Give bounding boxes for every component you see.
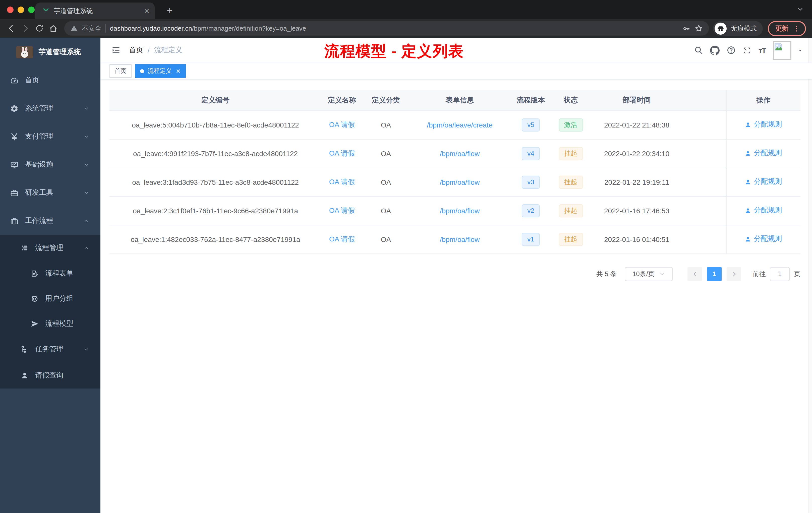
status-badge: 挂起 (559, 147, 583, 160)
tag-close-icon[interactable]: ✕ (176, 68, 181, 74)
app-window: 芋道管理系统 首页系统管理支付管理基础设施研发工具工作流程流程管理流程表单用户分… (0, 38, 812, 513)
version-badge: v4 (522, 147, 540, 160)
header-actions: тT (694, 41, 803, 59)
table-header-row: 定义编号定义名称定义分类表单信息流程版本状态部署时间操作 (110, 90, 801, 111)
assign-rule-link[interactable]: 分配规则 (745, 235, 782, 244)
close-window-button[interactable] (7, 6, 13, 13)
cell-definition-id: oa_leave:5:004b710b-7b8a-11ec-8ef0-acde4… (110, 111, 321, 139)
minimize-window-button[interactable] (18, 6, 24, 13)
forward-button[interactable] (18, 21, 32, 35)
breadcrumb-current: 流程定义 (154, 46, 182, 55)
assign-rule-link[interactable]: 分配规则 (745, 120, 782, 129)
sidebar-item-请假查询[interactable]: 请假查询 (0, 362, 100, 389)
form-link[interactable]: /bpm/oa/flow (440, 235, 480, 243)
sidebar-item-支付管理[interactable]: 支付管理 (0, 122, 100, 151)
user-icon (745, 179, 752, 185)
breadcrumb-separator: / (148, 46, 150, 54)
url-domain: dashboard.yudao.iocoder.cn (110, 25, 192, 32)
url-text[interactable]: dashboard.yudao.iocoder.cn/bpm/manager/d… (110, 25, 306, 32)
chevron-up-icon (83, 245, 89, 251)
user-menu-caret-icon[interactable] (798, 48, 803, 53)
window-controls (7, 6, 35, 13)
bookmark-star-icon[interactable] (695, 24, 703, 33)
sidebar-item-首页[interactable]: 首页 (0, 66, 100, 94)
page-size-select[interactable]: 10条/页 (625, 267, 673, 281)
form-link[interactable]: /bpm/oa/flow (440, 178, 480, 186)
yen-icon (10, 132, 19, 141)
update-label: 更新 (775, 24, 788, 33)
definition-name-link[interactable]: OA 请假 (329, 120, 355, 128)
gear-icon (10, 104, 19, 113)
sidebar-item-label: 基础设施 (25, 160, 53, 169)
plant-favicon (42, 7, 50, 14)
page-number-button[interactable]: 1 (707, 267, 722, 281)
sidebar-logo[interactable]: 芋道管理系统 (0, 38, 100, 66)
tag-首页[interactable]: 首页 (110, 64, 132, 78)
tab-close-icon[interactable]: ✕ (144, 7, 150, 14)
maximize-window-button[interactable] (28, 6, 35, 13)
hamburger-icon[interactable] (112, 46, 120, 55)
form-link[interactable]: /bpm/oa/leave/create (427, 121, 493, 129)
assign-rule-link[interactable]: 分配规则 (745, 206, 782, 215)
help-icon[interactable] (727, 46, 736, 55)
font-size-icon[interactable]: тT (758, 46, 766, 55)
sidebar-item-系统管理[interactable]: 系统管理 (0, 94, 100, 122)
sidebar-item-流程表单[interactable]: 流程表单 (0, 261, 100, 286)
sidebar-item-任务管理[interactable]: 任务管理 (0, 336, 100, 362)
cell-deploy-time: 2022-01-16 17:46:53 (590, 196, 684, 225)
status-badge: 挂起 (559, 233, 583, 246)
tab-search-chevron-icon[interactable] (796, 5, 804, 13)
kebab-menu-icon[interactable] (792, 24, 801, 32)
assign-rule-label: 分配规则 (754, 177, 782, 186)
cell-filler (684, 225, 726, 253)
goto-page-input[interactable] (770, 267, 790, 281)
fullscreen-icon[interactable] (743, 46, 752, 55)
scrollbar-track[interactable] (809, 38, 812, 513)
definition-name-link[interactable]: OA 请假 (329, 235, 355, 243)
cell-category: OA (362, 225, 409, 253)
definition-name-link[interactable]: OA 请假 (329, 149, 355, 157)
sidebar-item-用户分组[interactable]: 用户分组 (0, 286, 100, 311)
key-icon[interactable] (683, 24, 691, 32)
sidebar-item-研发工具[interactable]: 研发工具 (0, 179, 100, 207)
version-badge: v1 (522, 233, 540, 246)
definition-name-link[interactable]: OA 请假 (329, 206, 355, 214)
assign-rule-link[interactable]: 分配规则 (745, 177, 782, 186)
prev-page-button[interactable] (688, 267, 702, 281)
list-icon (20, 244, 29, 252)
cell-filler (684, 168, 726, 196)
browser-tab[interactable]: 芋道管理系统 ✕ (35, 2, 155, 19)
page-annotation: 流程模型 - 定义列表 (324, 41, 464, 62)
page-size-value: 10条/页 (633, 269, 655, 278)
form-link[interactable]: /bpm/oa/flow (440, 149, 480, 157)
browser-update-button[interactable]: 更新 (768, 21, 806, 36)
page-content: 定义编号定义名称定义分类表单信息流程版本状态部署时间操作 oa_leave:5:… (100, 79, 812, 281)
avatar[interactable] (773, 41, 791, 59)
reload-button[interactable] (32, 21, 46, 35)
sidebar-item-label: 首页 (25, 76, 39, 85)
tag-label: 流程定义 (148, 67, 172, 75)
github-icon[interactable] (710, 46, 720, 55)
sidebar-item-流程管理[interactable]: 流程管理 (0, 235, 100, 261)
assign-rule-link[interactable]: 分配规则 (745, 149, 782, 158)
back-button[interactable] (4, 21, 18, 35)
sidebar-item-label: 流程表单 (45, 269, 73, 278)
sidebar-item-基础设施[interactable]: 基础设施 (0, 151, 100, 179)
sidebar-item-流程模型[interactable]: 流程模型 (0, 311, 100, 336)
pagination: 共 5 条 10条/页 1 前往 页 (110, 267, 801, 281)
sidebar-item-工作流程[interactable]: 工作流程 (0, 207, 100, 235)
column-header-filler (684, 90, 726, 111)
next-page-button[interactable] (727, 267, 741, 281)
definition-name-link[interactable]: OA 请假 (329, 177, 355, 185)
assign-rule-label: 分配规则 (754, 149, 782, 158)
new-tab-button[interactable]: + (163, 4, 176, 17)
search-icon[interactable] (694, 46, 703, 55)
column-header-定义编号: 定义编号 (110, 90, 321, 111)
form-link[interactable]: /bpm/oa/flow (440, 207, 480, 215)
security-label[interactable]: 不安全 (82, 24, 102, 33)
breadcrumb-home[interactable]: 首页 (129, 46, 143, 55)
table-row: oa_leave:3:1fad3d93-7b75-11ec-a3c8-acde4… (110, 168, 801, 196)
home-button[interactable] (46, 21, 60, 35)
address-bar[interactable]: 不安全 dashboard.yudao.iocoder.cn/bpm/manag… (64, 21, 709, 36)
tag-流程定义[interactable]: 流程定义✕ (135, 64, 186, 78)
